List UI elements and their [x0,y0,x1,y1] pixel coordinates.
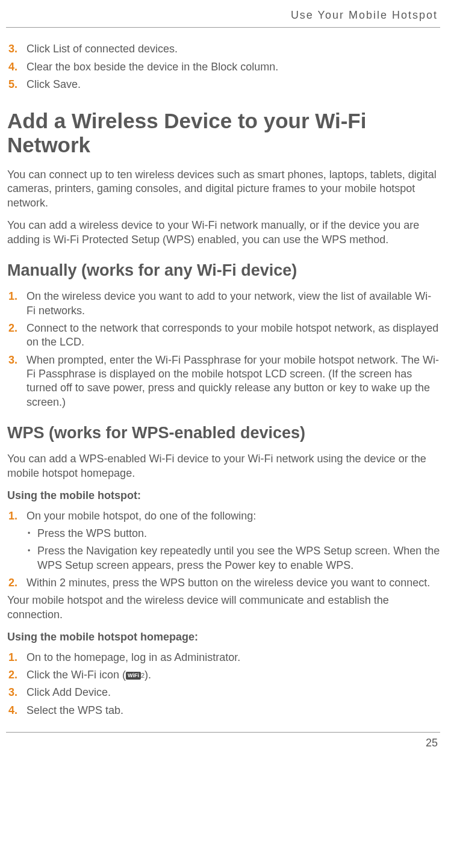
bullet-text: Press the Navigation key repeatedly unti… [37,544,440,572]
homepage-steps-list: 1. On to the homepage, log in as Adminis… [7,651,440,718]
step-number: 1. [7,509,26,523]
list-item: 1. On the wireless device you want to ad… [7,290,440,318]
step-number: 4. [7,704,26,718]
list-item: 1. On your mobile hotspot, do one of the… [7,509,440,523]
page-content: 3. Click List of connected devices. 4. C… [6,42,440,718]
sub-heading-bold: Using the mobile hotspot homepage: [7,630,440,644]
sub-bullet-container: • Press the WPS button. • Press the Navi… [7,527,440,572]
sub-heading-bold: Using the mobile hotspot: [7,489,440,503]
list-item: • Press the WPS button. [26,527,440,541]
step-number: 1. [7,290,26,318]
step-number: 3. [7,42,26,56]
step-text: On the wireless device you want to add t… [26,290,440,318]
list-item: 1. On to the homepage, log in as Adminis… [7,651,440,665]
list-item: 2. Connect to the network that correspon… [7,321,440,350]
list-item: 2. Click the Wi-Fi icon (WiFi2). [7,668,440,682]
page-number: 25 [6,736,440,750]
step-number: 1. [7,651,26,665]
step-number: 3. [7,686,26,699]
subsection-heading: WPS (works for WPS-enabled devices) [7,423,440,444]
intro-steps-list: 3. Click List of connected devices. 4. C… [7,42,440,91]
header-section-title: Use Your Mobile Hotspot [6,6,440,22]
list-item: 2. Within 2 minutes, press the WPS butto… [7,576,440,590]
section-heading: Add a Wireless Device to your Wi-Fi Netw… [7,109,440,158]
step-number: 2. [7,321,26,350]
list-item: 3. Click Add Device. [7,686,440,699]
wps-hotspot-steps-list-cont: 2. Within 2 minutes, press the WPS butto… [7,576,440,590]
list-item: 3. Click List of connected devices. [7,42,440,56]
header-divider [6,27,440,28]
body-paragraph: You can connect up to ten wireless devic… [7,168,440,210]
step-text: Connect to the network that corresponds … [26,321,440,350]
list-item: 5. Click Save. [7,78,440,91]
body-paragraph: You can add a wireless device to your Wi… [7,219,440,247]
list-item: 4. Clear the box beside the device in th… [7,60,440,74]
step-text-pre: Click the Wi-Fi icon ( [26,669,126,681]
bullet-list: • Press the WPS button. • Press the Navi… [26,527,440,572]
step-text: Click Add Device. [26,686,440,699]
list-item: 3. When prompted, enter the Wi-Fi Passph… [7,353,440,410]
step-number: 4. [7,60,26,74]
step-text: Within 2 minutes, press the WPS button o… [26,576,440,590]
body-paragraph: You can add a WPS-enabled Wi-Fi device t… [7,452,440,480]
step-text-post: ). [145,669,151,681]
footer-divider [6,732,440,733]
wifi-icon: WiFi [126,672,141,680]
step-text: On your mobile hotspot, do one of the fo… [26,509,440,523]
list-item: 4. Select the WPS tab. [7,704,440,718]
step-number: 2. [7,576,26,590]
body-paragraph: Your mobile hotspot and the wireless dev… [7,594,440,622]
step-text: Click List of connected devices. [26,42,440,56]
step-number: 5. [7,78,26,91]
step-text: Clear the box beside the device in the B… [26,60,440,74]
subsection-heading: Manually (works for any Wi-Fi device) [7,260,440,281]
manual-steps-list: 1. On the wireless device you want to ad… [7,290,440,409]
bullet-text: Press the WPS button. [37,527,440,541]
list-item: • Press the Navigation key repeatedly un… [26,544,440,572]
step-text: Select the WPS tab. [26,704,440,718]
bullet-icon: • [26,527,37,541]
step-number: 2. [7,668,26,682]
step-number: 3. [7,353,26,410]
step-text: When prompted, enter the Wi-Fi Passphras… [26,353,440,410]
wps-hotspot-steps-list: 1. On your mobile hotspot, do one of the… [7,509,440,523]
step-text: Click Save. [26,78,440,91]
step-text-composite: Click the Wi-Fi icon (WiFi2). [26,668,440,682]
bullet-icon: • [26,544,37,572]
step-text: On to the homepage, log in as Administra… [26,651,440,665]
